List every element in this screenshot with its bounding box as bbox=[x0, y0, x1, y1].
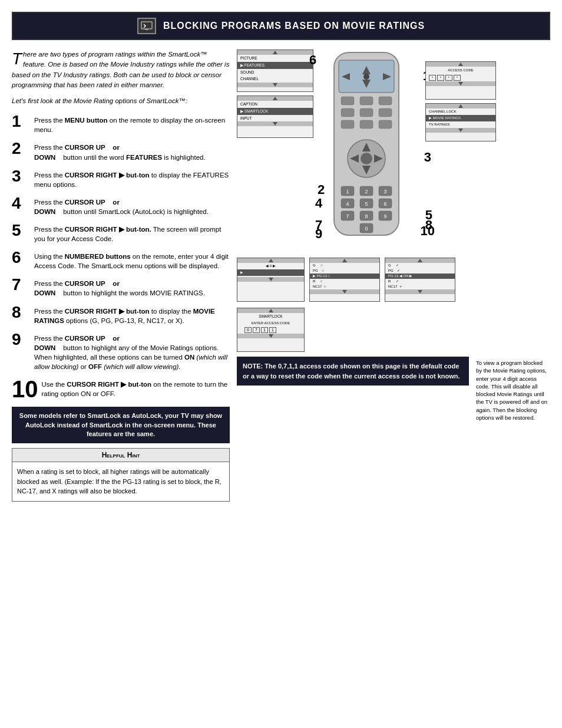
step-text-10: Use the CURSOR RIGHT ▶ but-ton on the re… bbox=[42, 377, 230, 398]
drop-cap: T bbox=[12, 51, 22, 67]
left-column: There are two types of program ratings w… bbox=[12, 50, 230, 502]
step-number-3: 3 bbox=[12, 168, 31, 185]
main-layout: There are two types of program ratings w… bbox=[12, 50, 550, 502]
step-4: 4 Press the CURSOR UP orDOWN button unti… bbox=[12, 195, 230, 216]
callout-4: 4 bbox=[315, 196, 322, 211]
step-10: 10 Use the CURSOR RIGHT ▶ but-ton on the… bbox=[12, 377, 230, 401]
page-header: Blocking Programs Based on Movie Ratings bbox=[12, 12, 550, 40]
screen-7: G ✓ PG ✓ PG-13 ◀ ON ▶ R ✓ NC17 ✓ bbox=[385, 258, 455, 302]
step-number-8: 8 bbox=[12, 304, 31, 321]
screen-3: ACCESS CODE * * * * bbox=[425, 61, 496, 100]
step-number-2: 2 bbox=[12, 140, 31, 157]
step-text-2: Press the CURSOR UP orDOWN button until … bbox=[34, 140, 206, 162]
svg-text:7: 7 bbox=[346, 213, 349, 219]
callout-3: 3 bbox=[424, 150, 431, 165]
svg-text:0: 0 bbox=[365, 226, 368, 232]
intro-text-1: here are two types of program ratings wi… bbox=[12, 51, 229, 88]
step-number-9: 9 bbox=[12, 331, 31, 348]
hint-right-box: To view a program blocked by the Movie R… bbox=[474, 357, 550, 424]
svg-rect-0 bbox=[141, 22, 152, 29]
step-number-6: 6 bbox=[12, 249, 31, 266]
step-2: 2 Press the CURSOR UP orDOWN button unti… bbox=[12, 140, 230, 162]
step-text-3: Press the CURSOR RIGHT ▶ but-ton to disp… bbox=[34, 168, 230, 189]
hint-body: When a rating is set to block, all highe… bbox=[12, 462, 229, 501]
screen-1: PICTURE ▶ FEATURES SOUND CHANNEL bbox=[237, 50, 313, 92]
step-9: 9 Press the CURSOR UP orDOWN button to h… bbox=[12, 331, 230, 371]
svg-text:9: 9 bbox=[384, 213, 386, 219]
tv-icon bbox=[137, 18, 156, 34]
helpful-hint-box: Helpful Hint When a rating is set to blo… bbox=[12, 448, 230, 502]
screen-8: SMARTLOCK ENTER ACCESS CODE 0 7 1 1 bbox=[237, 308, 305, 352]
svg-text:8: 8 bbox=[365, 213, 368, 219]
step-1: 1 Press the MENU button on the remote to… bbox=[12, 113, 230, 134]
step-8: 8 Press the CURSOR RIGHT ▶ but-ton to di… bbox=[12, 304, 230, 325]
svg-rect-13 bbox=[341, 108, 354, 117]
svg-rect-14 bbox=[360, 108, 373, 117]
step-number-10: 10 bbox=[12, 377, 38, 401]
svg-text:3: 3 bbox=[384, 189, 386, 195]
svg-text:1: 1 bbox=[346, 189, 349, 195]
screen-2: CAPTION ▶ SMARTLOCK INPUT bbox=[237, 95, 313, 138]
screen-4: CHANNEL LOCK ▶ MOVIE RATINGS TV RATINGS bbox=[425, 103, 496, 141]
callout-10: 10 bbox=[421, 223, 435, 239]
svg-text:6: 6 bbox=[384, 201, 386, 207]
step-5: 5 Press the CURSOR RIGHT ▶ but-ton. The … bbox=[12, 222, 230, 243]
step-text-4: Press the CURSOR UP orDOWN button until … bbox=[34, 195, 209, 216]
step-3: 3 Press the CURSOR RIGHT ▶ but-ton to di… bbox=[12, 168, 230, 189]
remote-control: 1 2 3 4 5 6 7 bbox=[322, 50, 419, 252]
callout-6: 6 bbox=[309, 52, 316, 68]
note-bottom-box: NOTE: The 0,7,1,1 access code shown on t… bbox=[237, 357, 469, 386]
svg-rect-18 bbox=[379, 120, 392, 129]
svg-rect-11 bbox=[360, 97, 373, 105]
step-text-8: Press the CURSOR RIGHT ▶ but-ton to disp… bbox=[34, 304, 230, 325]
svg-rect-15 bbox=[379, 108, 392, 117]
svg-rect-17 bbox=[360, 120, 373, 129]
step-number-7: 7 bbox=[12, 276, 31, 293]
steps-list: 1 Press the MENU button on the remote to… bbox=[12, 113, 230, 401]
step-text-5: Press the CURSOR RIGHT ▶ but-ton. The sc… bbox=[34, 222, 230, 243]
step-text-9: Press the CURSOR UP orDOWN button to hig… bbox=[34, 331, 230, 371]
right-column: PICTURE ▶ FEATURES SOUND CHANNEL CAP bbox=[237, 50, 550, 502]
svg-text:2: 2 bbox=[365, 189, 368, 195]
callout-9: 9 bbox=[315, 226, 322, 242]
step-number-1: 1 bbox=[12, 113, 31, 130]
svg-point-9 bbox=[363, 74, 369, 80]
svg-text:5: 5 bbox=[365, 201, 368, 207]
remote-svg: 1 2 3 4 5 6 7 bbox=[322, 50, 411, 250]
step-text-1: Press the MENU button on the remote to d… bbox=[34, 113, 230, 134]
step-number-4: 4 bbox=[12, 195, 31, 212]
svg-rect-12 bbox=[379, 97, 392, 105]
svg-text:4: 4 bbox=[346, 201, 349, 207]
page-container: Blocking Programs Based on Movie Ratings… bbox=[12, 12, 550, 502]
step-6: 6 Using the NUMBERED buttons on the remo… bbox=[12, 249, 230, 271]
step-7: 7 Press the CURSOR UP orDOWN button to h… bbox=[12, 276, 230, 298]
step-text-6: Using the NUMBERED buttons on the remote… bbox=[34, 249, 230, 271]
screen-6: G ○ PG ○ ▶ PG-13 ○ R ○ NC17 ○ bbox=[309, 258, 380, 302]
autolock-note: Some models refer to SmartLock as AutoLo… bbox=[12, 407, 230, 443]
page-title: Blocking Programs Based on Movie Ratings bbox=[163, 21, 425, 31]
svg-rect-16 bbox=[341, 120, 354, 129]
svg-point-24 bbox=[361, 153, 372, 164]
svg-rect-10 bbox=[341, 97, 354, 105]
intro-paragraph: There are two types of program ratings w… bbox=[12, 50, 230, 90]
intro-subtext: Let's first look at the Movie Rating opt… bbox=[12, 96, 230, 106]
screen-5: ◀ 0 ▶ ▶ bbox=[237, 258, 305, 302]
step-text-7: Press the CURSOR UP orDOWN button to hig… bbox=[34, 276, 205, 298]
step-number-5: 5 bbox=[12, 222, 31, 239]
hint-title: Helpful Hint bbox=[12, 449, 229, 462]
